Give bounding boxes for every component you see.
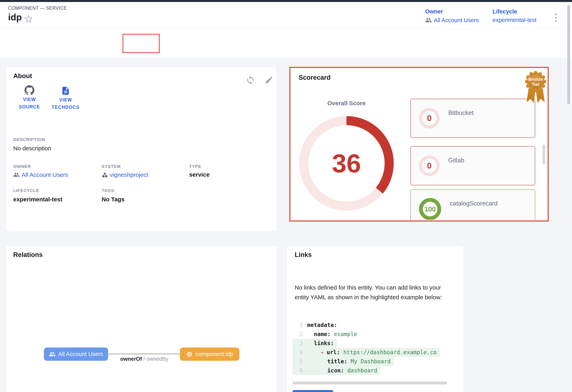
header-owner: Owner All Account Users [425,8,479,24]
code-line: 3links: [293,339,440,348]
scorecard-item-gauge: 100 [419,198,441,220]
header-lifecycle: Lifecycle experimental-test [493,8,536,23]
tab-bar: OverviewCI/CDScorecardAPIDependenciesDoc… [0,29,572,58]
scorecard-item-bitbucket[interactable]: 0Bitbucket [410,99,535,138]
owner-field-value[interactable]: All Account Users [13,171,68,178]
scorecard-item-catalogscorecard[interactable]: 100catalogScorecard [410,189,535,220]
scorecard-item-name: Bitbucket [448,109,474,116]
tags-field-label: TAGS [102,188,114,193]
lifecycle-value: experimental-test [493,17,536,23]
page-title: idp [8,12,22,23]
scorecard-item-gitlab[interactable]: 0Gitlab [410,146,535,185]
code-line: 5title: My Dashboard [293,357,440,366]
view-techdocs-link[interactable]: VIEW TECHDOCS [45,86,86,111]
lifecycle-field-label: LIFECYCLE [13,188,39,193]
svg-text:Bronze: Bronze [528,77,543,82]
description-value: No description [13,145,51,152]
owner-link[interactable]: All Account Users [434,17,479,24]
code-line: 6icon: dashboard [293,366,440,375]
lifecycle-field-value: experimental-test [13,196,62,203]
bronze-tier-badge: Bronze Tier [520,69,551,108]
overall-score-label: Overall Score [291,100,402,107]
links-title: Links [295,251,312,259]
about-card: About VIEW SOURCE VIEW TECHDOCS DESCRIPT… [5,67,277,232]
relation-node-owner[interactable]: All Account Users [44,347,108,361]
about-title: About [13,72,32,80]
scorecard-card: Scorecard Overall Score 36 0Bitbucket0Gi… [291,68,547,220]
overall-score-value: 36 [299,116,394,211]
refresh-icon[interactable] [246,75,255,85]
group-icon [49,351,56,358]
window-top-strip [0,0,572,2]
overall-score-gauge: 36 [299,116,394,211]
add-links-button[interactable] [293,390,333,392]
system-icon [102,172,108,178]
type-field-value: service [189,171,209,178]
scorecard-title: Scorecard [299,74,331,81]
relation-node-component[interactable]: component:idp [180,347,239,361]
code-horizontal-scrollbar[interactable] [293,381,447,384]
owner-label[interactable]: Owner [425,8,479,15]
scorecard-item-gauge: 0 [419,108,440,129]
more-options-button[interactable] [552,12,560,24]
scorecard-item-gauge: 0 [419,155,440,176]
group-icon [13,172,20,178]
breadcrumb: COMPONENT — SERVICE [8,5,67,11]
relation-edge-label: ownerOf / ownedBy [111,356,178,362]
favorite-star-icon[interactable] [23,14,34,24]
view-source-link[interactable]: VIEW SOURCE [14,85,45,111]
owner-field-label: OWNER [13,164,31,169]
github-icon [25,85,34,95]
group-icon [425,17,432,24]
lifecycle-label[interactable]: Lifecycle [493,8,536,15]
scorecard-item-name: catalogScorecard [450,200,497,207]
chip-icon [186,351,193,358]
code-line: 1metadata: [293,321,440,330]
description-label: DESCRIPTION [13,137,45,142]
tags-field-value: No Tags [102,196,125,203]
code-line: 4-url: https://dashboard.example.co [293,348,440,357]
system-field-value[interactable]: vigneshproject [102,171,148,178]
relations-card: Relations [5,246,277,392]
scorecard-item-name: Gitlab [448,157,464,164]
svg-text:Tier: Tier [532,82,540,87]
code-line: 2name: example [293,330,440,339]
relation-edge [108,354,180,354]
entity-header: COMPONENT — SERVICE idp Owner All Accoun… [0,2,572,29]
edit-icon[interactable] [265,76,273,84]
type-field-label: TYPE [189,164,201,169]
yaml-example-code: 1metadata:2name: example3links:4-url: ht… [293,321,440,375]
page-scrollbar[interactable] [567,5,570,104]
relations-title: Relations [13,251,43,259]
techdocs-icon [61,86,70,96]
links-empty-text: No links defined for this entity. You ca… [295,283,456,302]
scorecard-scrollbar[interactable] [542,145,545,164]
links-card: Links No links defined for this entity. … [286,246,464,392]
system-field-label: SYSTEM [102,164,121,169]
